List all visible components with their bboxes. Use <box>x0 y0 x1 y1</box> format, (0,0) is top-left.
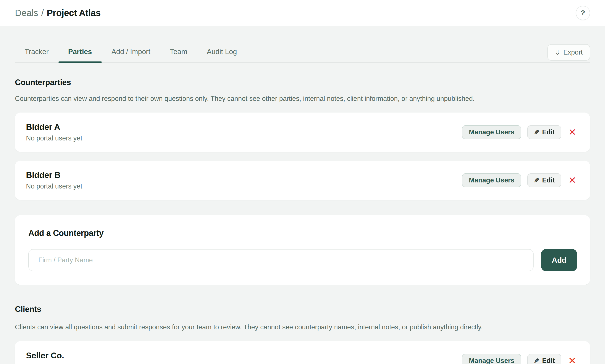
remove-party-button[interactable]: ✕ <box>567 356 577 364</box>
tab-parties[interactable]: Parties <box>58 48 102 62</box>
manage-users-button[interactable]: Manage Users <box>462 173 521 187</box>
clients-section-description: Clients can view all questions and submi… <box>15 323 590 331</box>
counterparties-section-title: Counterparties <box>15 78 590 87</box>
close-icon: ✕ <box>568 127 576 138</box>
party-status: No portal users yet <box>26 134 82 142</box>
party-info: Bidder A No portal users yet <box>26 122 82 142</box>
party-info: Bidder B No portal users yet <box>26 170 82 190</box>
edit-button[interactable]: ✎ Edit <box>527 173 561 187</box>
edit-button[interactable]: ✎ Edit <box>527 125 561 139</box>
edit-button[interactable]: ✎ Edit <box>527 354 561 364</box>
party-status: No portal users yet <box>26 182 82 190</box>
party-actions: Manage Users ✎ Edit ✕ <box>462 354 577 364</box>
tab-tracker[interactable]: Tracker <box>15 48 58 62</box>
pencil-icon: ✎ <box>534 357 539 364</box>
main-content: Tracker Parties Add / Import Team Audit … <box>0 26 605 364</box>
party-info: Seller Co. No portal users yet <box>26 351 82 364</box>
firm-party-name-input[interactable] <box>28 249 534 271</box>
party-status: No portal users yet <box>26 363 82 364</box>
client-row: Seller Co. No portal users yet Manage Us… <box>15 341 590 364</box>
counterparty-row: Bidder A No portal users yet Manage User… <box>15 113 590 152</box>
tab-list: Tracker Parties Add / Import Team Audit … <box>15 48 247 62</box>
remove-party-button[interactable]: ✕ <box>567 128 577 137</box>
breadcrumb-separator: / <box>41 8 44 18</box>
tabs-bar: Tracker Parties Add / Import Team Audit … <box>15 26 590 63</box>
export-button[interactable]: ⇩ Export <box>547 44 590 61</box>
top-header: Deals / Project Atlas ? <box>0 0 605 26</box>
party-name: Seller Co. <box>26 351 82 360</box>
counterparties-section-description: Counterparties can view and respond to t… <box>15 95 590 103</box>
remove-party-button[interactable]: ✕ <box>567 176 577 185</box>
add-counterparty-card: Add a Counterparty Add <box>15 215 590 285</box>
pencil-icon: ✎ <box>534 129 539 136</box>
tab-team[interactable]: Team <box>160 48 197 62</box>
manage-users-button[interactable]: Manage Users <box>462 354 521 364</box>
edit-button-label: Edit <box>542 176 555 184</box>
party-name: Bidder A <box>26 122 82 132</box>
add-counterparty-title: Add a Counterparty <box>28 228 577 238</box>
close-icon: ✕ <box>568 175 576 186</box>
download-arrow-icon: ⇩ <box>555 49 560 56</box>
tab-audit-log[interactable]: Audit Log <box>197 48 247 62</box>
add-button[interactable]: Add <box>541 249 577 271</box>
party-name: Bidder B <box>26 170 82 180</box>
manage-users-button[interactable]: Manage Users <box>462 125 521 139</box>
edit-button-label: Edit <box>542 357 555 364</box>
party-actions: Manage Users ✎ Edit ✕ <box>462 173 577 187</box>
close-icon: ✕ <box>568 355 576 364</box>
page-title: Project Atlas <box>47 8 101 18</box>
edit-button-label: Edit <box>542 128 555 136</box>
tab-add-import[interactable]: Add / Import <box>102 48 160 62</box>
counterparty-row: Bidder B No portal users yet Manage User… <box>15 161 590 200</box>
export-button-label: Export <box>563 49 583 56</box>
help-button[interactable]: ? <box>576 6 590 20</box>
breadcrumb: Deals / Project Atlas <box>15 8 101 18</box>
clients-section-title: Clients <box>15 305 590 314</box>
party-actions: Manage Users ✎ Edit ✕ <box>462 125 577 139</box>
counterparty-list: Bidder A No portal users yet Manage User… <box>15 113 590 200</box>
question-mark-icon: ? <box>581 9 585 17</box>
pencil-icon: ✎ <box>534 177 539 184</box>
breadcrumb-section[interactable]: Deals <box>15 8 38 18</box>
add-counterparty-form: Add <box>28 249 577 271</box>
client-list: Seller Co. No portal users yet Manage Us… <box>15 341 590 364</box>
